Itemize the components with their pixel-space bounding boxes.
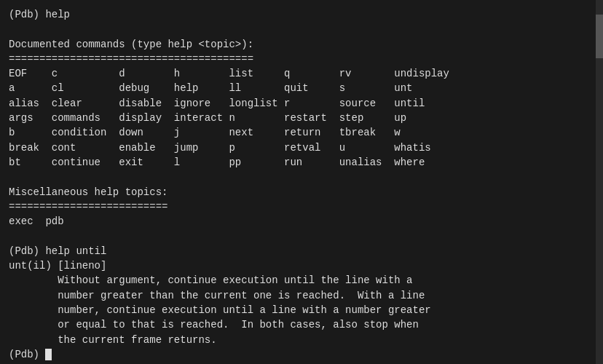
terminal-output: (Pdb) help Documented commands (type hel… [9,7,594,362]
scrollbar[interactable] [596,0,603,364]
terminal-window[interactable]: (Pdb) help Documented commands (type hel… [0,0,603,364]
scrollbar-thumb[interactable] [596,15,603,58]
terminal-cursor [45,349,52,360]
